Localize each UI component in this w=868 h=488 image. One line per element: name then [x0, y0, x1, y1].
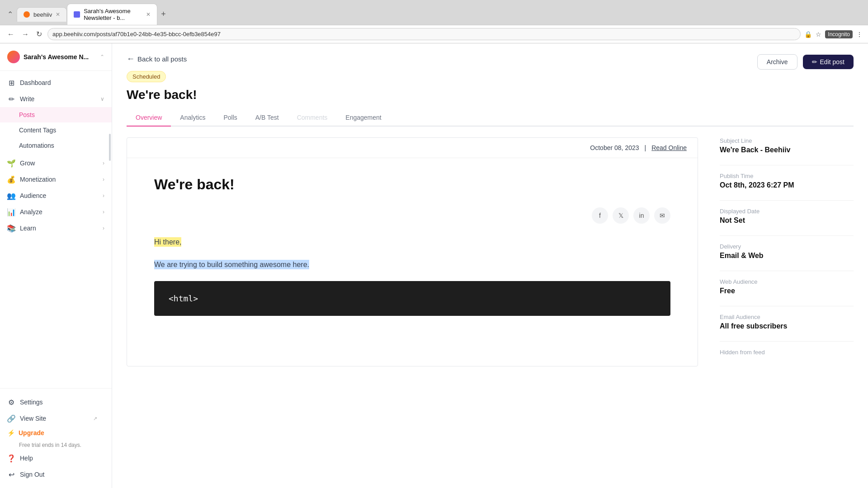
displayed-date-value: Not Set: [720, 216, 854, 225]
post-content: October 08, 2023 | Read Online We're bac…: [127, 137, 698, 366]
web-audience-section: Web Audience Free: [720, 278, 854, 295]
write-chevron-icon: ∨: [100, 96, 104, 102]
panel-divider-3: [720, 235, 854, 236]
write-icon: ✏: [7, 95, 15, 103]
sidebar-bottom: ⚙ Settings 🔗 View Site ↗ ⚡ Upgrade Free …: [0, 388, 112, 488]
publish-time-label: Publish Time: [720, 173, 854, 179]
back-nav[interactable]: ← Back to all posts: [127, 54, 757, 64]
sidebar-item-settings[interactable]: ⚙ Settings: [7, 394, 104, 410]
displayed-date-label: Displayed Date: [720, 208, 854, 215]
panel-divider-2: [720, 200, 854, 201]
tab-overflow-btn[interactable]: ⌃: [4, 8, 17, 20]
sidebar-scrollbar[interactable]: [109, 134, 111, 161]
post-paragraph-2: We are trying to build something awesome…: [154, 259, 670, 271]
star-icon[interactable]: ☆: [816, 31, 821, 38]
sidebar-item-label: View Site: [20, 415, 89, 422]
email-audience-label: Email Audience: [720, 314, 854, 320]
sign-out-icon: ↩: [7, 470, 15, 479]
tab-comments: Comments: [288, 109, 337, 126]
post-paragraph-1: Hi there,: [154, 236, 670, 248]
main-content: ← Back to all posts Scheduled We're back…: [112, 43, 868, 488]
tab-sarah[interactable]: Sarah's Awesome Newsletter - b... ✕: [67, 4, 157, 25]
highlighted-text-2: We are trying to build something awesome…: [154, 260, 309, 269]
sidebar-item-posts[interactable]: Posts: [0, 107, 112, 122]
back-arrow-icon: ←: [127, 54, 135, 64]
sidebar-item-label: Automations: [19, 142, 104, 149]
tab-sarah-label: Sarah's Awesome Newsletter - b...: [84, 8, 142, 21]
learn-chevron-icon: ›: [103, 225, 104, 231]
sidebar-item-label: Learn: [20, 225, 98, 232]
email-share-button[interactable]: ✉: [654, 207, 670, 224]
audience-icon: 👥: [7, 192, 15, 200]
edit-post-button[interactable]: ✏ Edit post: [803, 55, 854, 69]
learn-icon: 📚: [7, 224, 15, 232]
read-online-link[interactable]: Read Online: [651, 144, 687, 151]
tab-beehiiv-close[interactable]: ✕: [56, 11, 60, 18]
subject-line-section: Subject Line We're Back - Beehiiv: [720, 137, 854, 154]
separator: |: [645, 144, 646, 151]
forward-button[interactable]: →: [20, 29, 31, 39]
sidebar-item-content-tags[interactable]: Content Tags: [0, 122, 112, 138]
monetization-icon: 💰: [7, 175, 15, 183]
facebook-share-button[interactable]: f: [592, 207, 608, 224]
twitter-share-button[interactable]: 𝕏: [613, 207, 629, 224]
back-button[interactable]: ←: [5, 29, 16, 39]
email-audience-value: All free subscribers: [720, 322, 854, 330]
edit-label: Edit post: [820, 58, 844, 66]
sidebar-item-audience[interactable]: 👥 Audience ›: [0, 188, 112, 204]
refresh-button[interactable]: ↻: [34, 29, 44, 39]
upgrade-button[interactable]: ⚡ Upgrade: [7, 427, 104, 439]
new-tab-button[interactable]: +: [157, 8, 170, 21]
social-share-bar: f 𝕏 in ✉: [154, 207, 670, 224]
sidebar-item-analyze[interactable]: 📊 Analyze ›: [0, 204, 112, 220]
view-site-icon: 🔗: [7, 414, 15, 422]
shield-icon: 🔒: [804, 31, 812, 38]
tab-engagement[interactable]: Engagement: [336, 109, 390, 126]
sidebar-item-label: Monetization: [20, 176, 98, 183]
sidebar-item-label: Content Tags: [19, 127, 104, 134]
sidebar-item-sign-out[interactable]: ↩ Sign Out: [7, 466, 104, 483]
sidebar-item-learn[interactable]: 📚 Learn ›: [0, 220, 112, 236]
grow-icon: 🌱: [7, 159, 15, 167]
panel-divider-4: [720, 271, 854, 271]
html-block: <html>: [154, 281, 670, 316]
address-bar: ← → ↻ 🔒 ☆ Incognito ⋮: [0, 25, 868, 43]
sidebar-item-view-site[interactable]: 🔗 View Site ↗: [7, 410, 104, 427]
content-inner: ← Back to all posts Scheduled We're back…: [112, 43, 868, 388]
sidebar-item-automations[interactable]: Automations: [0, 138, 112, 153]
tab-sarah-close[interactable]: ✕: [146, 11, 151, 18]
sidebar-header[interactable]: Sarah's Awesome N... ⌃: [0, 43, 112, 71]
html-block-content: <html>: [169, 294, 198, 303]
email-audience-section: Email Audience All free subscribers: [720, 314, 854, 330]
grow-chevron-icon: ›: [103, 160, 104, 166]
tab-polls[interactable]: Polls: [214, 109, 246, 126]
sidebar-item-label: Sign Out: [20, 471, 97, 478]
sidebar-item-label: Posts: [19, 111, 104, 118]
sidebar-item-monetization[interactable]: 💰 Monetization ›: [0, 171, 112, 188]
address-input[interactable]: [47, 28, 801, 40]
monetization-chevron-icon: ›: [103, 176, 104, 183]
sidebar-item-label: Audience: [20, 192, 98, 199]
tab-overview[interactable]: Overview: [127, 109, 171, 126]
archive-button[interactable]: Archive: [757, 54, 797, 70]
hidden-from-feed-label: Hidden from feed: [720, 349, 854, 356]
linkedin-share-button[interactable]: in: [633, 207, 650, 224]
publish-time-section: Publish Time Oct 8th, 2023 6:27 PM: [720, 173, 854, 189]
delivery-value: Email & Web: [720, 252, 854, 260]
web-audience-value: Free: [720, 287, 854, 295]
sidebar-item-help[interactable]: ❓ Help: [7, 450, 104, 466]
subject-line-label: Subject Line: [720, 137, 854, 144]
tab-analytics[interactable]: Analytics: [171, 109, 214, 126]
menu-icon[interactable]: ⋮: [856, 31, 863, 38]
displayed-date-section: Displayed Date Not Set: [720, 208, 854, 225]
tab-beehiiv[interactable]: beehiiv ✕: [17, 7, 67, 22]
sidebar-item-label: Grow: [20, 160, 98, 167]
sidebar-item-write[interactable]: ✏ Write ∨: [0, 91, 112, 107]
write-section: ✏ Write ∨ Posts Content Tags Automations: [0, 91, 112, 153]
sidebar-item-grow[interactable]: 🌱 Grow ›: [0, 155, 112, 171]
scheduled-badge-container: Scheduled: [127, 71, 166, 88]
tab-ab-test[interactable]: A/B Test: [246, 109, 288, 126]
sidebar-item-label: Dashboard: [20, 79, 104, 86]
upgrade-icon: ⚡: [7, 429, 15, 436]
sidebar-item-dashboard[interactable]: ⊞ Dashboard: [0, 75, 112, 91]
